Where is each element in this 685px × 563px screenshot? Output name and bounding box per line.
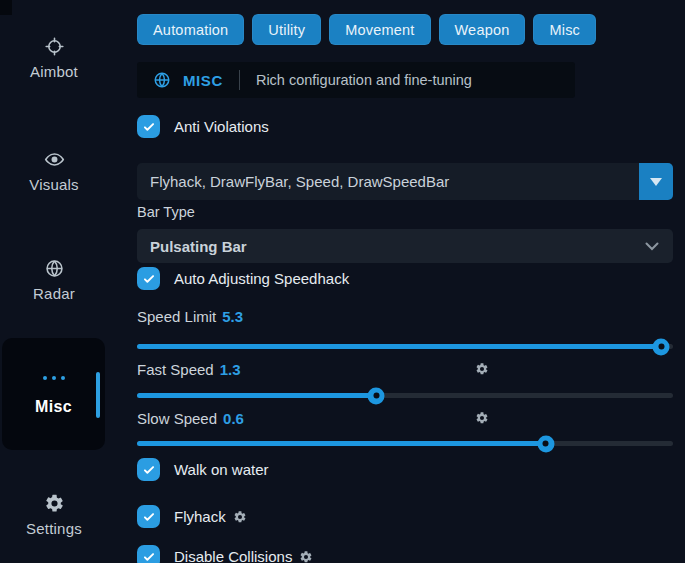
- sidebar-item-aimbot[interactable]: Aimbot: [8, 36, 100, 80]
- fast-speed-label: Fast Speed1.3: [137, 361, 673, 378]
- fast-speed-slider[interactable]: [137, 393, 673, 398]
- bar-type-label: Bar Type: [137, 204, 195, 220]
- section-title: MISC: [183, 72, 223, 89]
- sidebar-item-label: Radar: [8, 285, 100, 302]
- divider: [239, 70, 240, 90]
- feature-multiselect[interactable]: Flyhack, DrawFlyBar, Speed, DrawSpeedBar: [137, 163, 673, 200]
- anti-violations-toggle[interactable]: Anti Violations: [137, 115, 269, 138]
- disable-collisions-toggle[interactable]: Disable Collisions: [137, 545, 313, 563]
- tab-movement[interactable]: Movement: [329, 14, 430, 45]
- toggle-label: Disable Collisions: [174, 548, 313, 563]
- triangle-down-icon: [650, 178, 662, 186]
- category-tabs: Automation Utility Movement Weapon Misc: [137, 14, 596, 45]
- toggle-label: Walk on water: [174, 461, 268, 478]
- toggle-label-text: Walk on water: [174, 461, 268, 478]
- slow-speed-slider[interactable]: [137, 441, 673, 446]
- sidebar-item-label: Aimbot: [8, 63, 100, 80]
- slow-speed-label: Slow Speed0.6: [137, 410, 673, 427]
- slider-label: Speed Limit: [137, 308, 216, 325]
- eye-icon: [8, 149, 100, 170]
- section-description: Rich configuration and fine-tuning: [256, 72, 472, 88]
- checkbox-checked[interactable]: [137, 545, 160, 563]
- bar-type-select[interactable]: Pulsating Bar: [137, 229, 673, 263]
- slider-label: Slow Speed: [137, 410, 217, 427]
- speed-limit-slider[interactable]: [137, 344, 673, 349]
- select-value: Pulsating Bar: [137, 238, 247, 255]
- checkbox-checked[interactable]: [137, 505, 160, 528]
- slider-thumb[interactable]: [653, 338, 670, 355]
- gear-icon[interactable]: [475, 411, 489, 425]
- checkbox-checked[interactable]: [137, 458, 160, 481]
- slider-value: 0.6: [223, 410, 244, 427]
- gear-icon[interactable]: [475, 362, 489, 376]
- toggle-label-text: Disable Collisions: [174, 548, 292, 563]
- multiselect-value: Flyhack, DrawFlyBar, Speed, DrawSpeedBar: [137, 173, 449, 190]
- checkbox-checked[interactable]: [137, 115, 160, 138]
- gear-icon: [8, 493, 100, 514]
- tab-utility[interactable]: Utility: [252, 14, 321, 45]
- tab-automation[interactable]: Automation: [137, 14, 244, 45]
- sidebar-item-misc[interactable]: Misc: [2, 338, 105, 450]
- gear-icon[interactable]: [233, 510, 247, 524]
- toggle-label: Anti Violations: [174, 118, 269, 135]
- app-window: Aimbot Visuals Radar Misc Settings: [0, 0, 685, 563]
- section-header: MISC Rich configuration and fine-tuning: [137, 62, 575, 98]
- tab-misc[interactable]: Misc: [533, 14, 596, 45]
- toggle-label: Flyhack: [174, 508, 247, 525]
- sidebar-item-label: Misc: [2, 398, 105, 416]
- selected-indicator: [96, 372, 100, 418]
- toggle-label-text: Flyhack: [174, 508, 226, 525]
- auto-adjusting-speedhack-toggle[interactable]: Auto Adjusting Speedhack: [137, 267, 349, 290]
- sidebar-item-visuals[interactable]: Visuals: [8, 149, 100, 193]
- slider-fill: [137, 393, 376, 398]
- speed-limit-label: Speed Limit5.3: [137, 308, 673, 325]
- multiselect-dropdown-button[interactable]: [639, 163, 673, 200]
- checkbox-checked[interactable]: [137, 267, 160, 290]
- sidebar-item-label: Settings: [8, 520, 100, 537]
- toggle-label: Auto Adjusting Speedhack: [174, 270, 349, 287]
- sidebar-item-settings[interactable]: Settings: [8, 493, 100, 537]
- walk-on-water-toggle[interactable]: Walk on water: [137, 458, 268, 481]
- gear-icon[interactable]: [299, 550, 313, 563]
- slider-value: 1.3: [220, 361, 241, 378]
- globe-icon: [8, 258, 100, 279]
- slider-label: Fast Speed: [137, 361, 214, 378]
- ellipsis-icon: [2, 376, 105, 380]
- chevron-down-icon: [645, 242, 659, 251]
- sidebar-item-label: Visuals: [8, 176, 100, 193]
- slider-thumb[interactable]: [537, 435, 554, 452]
- slider-fill: [137, 344, 661, 349]
- globe-icon: [153, 71, 171, 89]
- slider-fill: [137, 441, 546, 446]
- slider-thumb[interactable]: [368, 387, 385, 404]
- crosshair-icon: [8, 36, 100, 57]
- flyhack-toggle[interactable]: Flyhack: [137, 505, 247, 528]
- slider-value: 5.3: [222, 308, 243, 325]
- tab-weapon[interactable]: Weapon: [439, 14, 526, 45]
- corner-notch: [0, 0, 12, 15]
- sidebar-item-radar[interactable]: Radar: [8, 258, 100, 302]
